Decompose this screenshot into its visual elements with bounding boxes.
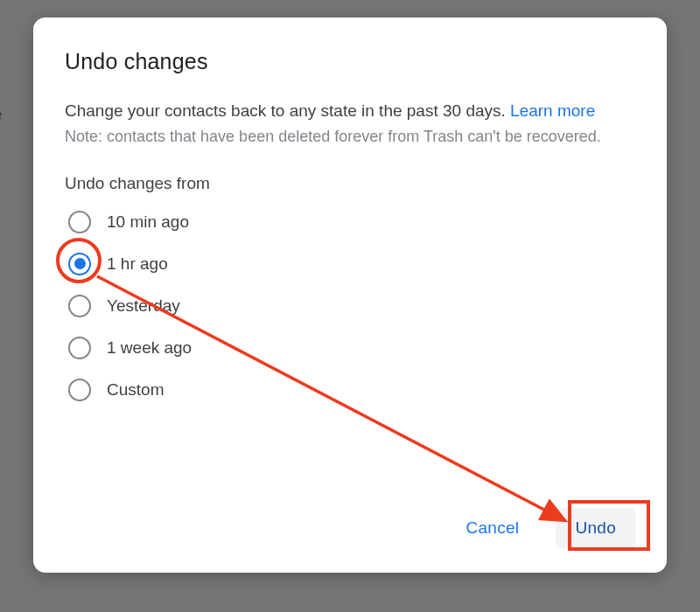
radio-option-1hr[interactable]: 1 hr ago bbox=[68, 253, 635, 275]
learn-more-link[interactable]: Learn more bbox=[510, 101, 595, 120]
radio-group: 10 min ago 1 hr ago Yesterday 1 week ago… bbox=[65, 211, 635, 401]
dialog-note: Note: contacts that have been deleted fo… bbox=[65, 125, 635, 148]
radio-option-yesterday[interactable]: Yesterday bbox=[68, 295, 635, 317]
section-label: Undo changes from bbox=[65, 174, 635, 193]
background-edge-text: e bbox=[0, 105, 3, 124]
dialog-actions: Cancel Undo bbox=[446, 508, 635, 548]
dialog-title: Undo changes bbox=[65, 49, 635, 74]
description-text: Change your contacts back to any state i… bbox=[65, 101, 510, 120]
radio-label: Yesterday bbox=[107, 296, 180, 316]
dialog-description: Change your contacts back to any state i… bbox=[65, 99, 635, 123]
radio-option-custom[interactable]: Custom bbox=[68, 379, 635, 401]
radio-option-1week[interactable]: 1 week ago bbox=[68, 337, 635, 359]
radio-icon-selected bbox=[68, 253, 91, 275]
radio-icon bbox=[68, 295, 91, 317]
radio-label: Custom bbox=[107, 380, 164, 400]
radio-option-10min[interactable]: 10 min ago bbox=[68, 211, 635, 233]
radio-icon bbox=[68, 379, 91, 401]
undo-changes-dialog: Undo changes Change your contacts back t… bbox=[33, 17, 667, 573]
radio-icon bbox=[68, 211, 91, 233]
cancel-button[interactable]: Cancel bbox=[446, 508, 538, 548]
undo-button[interactable]: Undo bbox=[556, 508, 635, 548]
radio-icon bbox=[68, 337, 91, 359]
radio-label: 1 hr ago bbox=[107, 254, 168, 274]
radio-label: 10 min ago bbox=[107, 212, 189, 232]
radio-label: 1 week ago bbox=[107, 338, 192, 358]
